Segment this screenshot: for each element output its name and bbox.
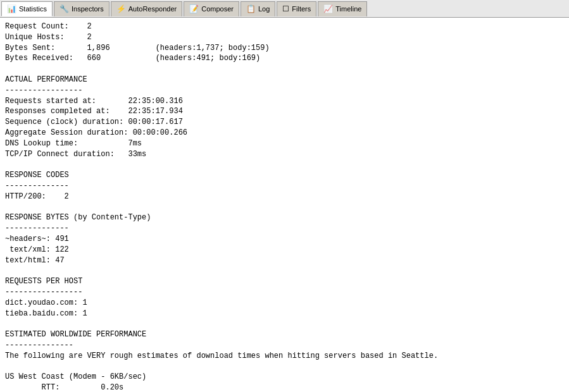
tab-statistics-label: Statistics	[19, 5, 47, 13]
composer-icon: 📝	[189, 4, 199, 13]
tab-inspectors-label: Inspectors	[72, 5, 104, 13]
filters-icon: ☐	[282, 4, 289, 13]
inspectors-icon: 🔧	[59, 4, 69, 13]
timeline-icon: 📈	[323, 4, 333, 13]
log-icon: 📋	[246, 4, 256, 13]
tab-composer[interactable]: 📝 Composer	[184, 1, 239, 16]
tab-filters[interactable]: ☐ Filters	[277, 1, 316, 16]
tab-timeline-label: Timeline	[335, 5, 361, 13]
tab-filters-label: Filters	[292, 5, 311, 13]
statistics-icon: 📊	[7, 4, 16, 13]
tab-timeline[interactable]: 📈 Timeline	[318, 1, 367, 16]
tab-autoresponder-label: AutoResponder	[128, 5, 177, 13]
statistics-text: Request Count: 2 Unique Hosts: 2 Bytes S…	[5, 21, 564, 392]
tab-bar: 📊 Statistics 🔧 Inspectors ⚡ AutoResponde…	[0, 0, 569, 18]
tab-log-label: Log	[258, 5, 270, 13]
tab-composer-label: Composer	[201, 5, 234, 13]
autoresponder-icon: ⚡	[116, 4, 126, 13]
tab-autoresponder[interactable]: ⚡ AutoResponder	[111, 1, 182, 16]
tab-inspectors[interactable]: 🔧 Inspectors	[54, 1, 109, 16]
tab-log[interactable]: 📋 Log	[241, 1, 275, 16]
tab-statistics[interactable]: 📊 Statistics	[1, 1, 53, 16]
statistics-content-area: Request Count: 2 Unique Hosts: 2 Bytes S…	[0, 18, 569, 392]
